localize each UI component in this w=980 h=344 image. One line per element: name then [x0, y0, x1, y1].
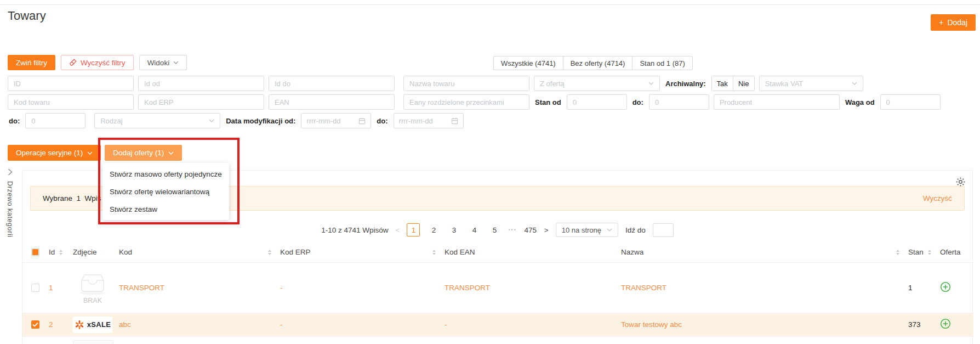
tab-stock-from-1[interactable]: Stan od 1 (87): [632, 56, 692, 70]
add-offers-button[interactable]: Dodaj oferty (1): [105, 145, 182, 161]
row-checkbox[interactable]: [31, 284, 39, 292]
mod-date-from-field[interactable]: rrrr-mm-dd: [301, 113, 371, 128]
archival-yes-button[interactable]: Tak: [711, 76, 733, 91]
weight-from-label: Waga od: [845, 98, 875, 106]
table-row-partial: [22, 336, 973, 344]
date-placeholder: rrrr-mm-dd: [399, 117, 433, 125]
product-name-field[interactable]: [403, 76, 529, 91]
product-image-xsale-logo: xSALE: [73, 317, 112, 333]
column-header-stock[interactable]: Stan: [908, 248, 924, 256]
weight-to-field[interactable]: [25, 113, 86, 128]
chevron-down-icon: [209, 119, 214, 122]
producer-field[interactable]: [714, 94, 840, 110]
tab-all[interactable]: Wszystkie (4741): [493, 56, 563, 70]
clear-filters-button[interactable]: Wyczyść filtry: [61, 55, 134, 70]
views-button[interactable]: Widoki: [139, 55, 187, 70]
column-header-name[interactable]: Nazwa: [621, 248, 643, 256]
product-erp-value: -: [280, 284, 283, 292]
xsale-logo-text: xSALE: [87, 320, 111, 329]
id-from-field[interactable]: [138, 76, 264, 91]
column-header-id[interactable]: Id: [49, 248, 55, 256]
next-page-button[interactable]: >: [544, 226, 549, 234]
filter-row-1: Z ofertą Archiwalny: Tak Nie Stawka VAT: [8, 76, 863, 91]
add-offer-plus-icon[interactable]: [940, 318, 951, 329]
ean-field[interactable]: [269, 94, 395, 110]
add-button[interactable]: + Dodaj: [931, 14, 976, 31]
eans-csv-field[interactable]: [403, 94, 529, 110]
sort-icon[interactable]: [432, 250, 436, 255]
product-id-link[interactable]: 1: [49, 284, 53, 292]
mod-date-to-label: do:: [377, 117, 388, 125]
page-size-value: 10 na stronę: [562, 226, 601, 234]
weight-from-field[interactable]: [880, 94, 941, 110]
gear-icon[interactable]: [956, 177, 965, 187]
page-title: Towary: [8, 9, 46, 23]
product-erp-value: -: [280, 320, 283, 329]
pagination-summary: 1-10 z 4741 Wpisów: [321, 226, 388, 234]
add-offers-dropdown-menu: Stwórz masowo oferty pojedyncze Stwórz o…: [102, 163, 229, 220]
stock-to-field[interactable]: [649, 94, 709, 110]
page-button-1[interactable]: 1: [407, 223, 420, 236]
menu-item-create-multivariant-offer[interactable]: Stwórz ofertę wielowariantową: [102, 183, 229, 200]
archival-toggle: Tak Nie: [711, 76, 755, 91]
product-id-link[interactable]: 2: [49, 320, 53, 329]
page-size-select[interactable]: 10 na stronę: [556, 223, 618, 237]
page-button-3[interactable]: 3: [447, 223, 460, 236]
calendar-icon: [358, 117, 366, 125]
table-row-selected: 2: [22, 313, 973, 336]
menu-item-create-single-offers[interactable]: Stwórz masowo oferty pojedyncze: [102, 165, 229, 183]
page-button-last[interactable]: 475: [524, 223, 537, 236]
category-tree-expand-button[interactable]: [8, 168, 13, 178]
previous-page-button[interactable]: <: [396, 226, 400, 234]
tab-no-offer[interactable]: Bez oferty (4714): [563, 56, 633, 70]
stock-from-label: Stan od: [535, 98, 561, 106]
page-button-5[interactable]: 5: [488, 223, 501, 236]
views-label: Widoki: [147, 59, 170, 67]
collapse-filters-button[interactable]: Zwiń filtry: [8, 55, 55, 70]
page-button-2[interactable]: 2: [427, 223, 440, 236]
stock-to-label: do:: [633, 98, 643, 106]
kind-select[interactable]: Rodzaj: [94, 113, 220, 128]
products-page: Towary + Dodaj Zwiń filtry Wyczyść filtr…: [0, 0, 980, 344]
id-field[interactable]: [8, 76, 134, 91]
product-code-link[interactable]: TRANSPORT: [119, 284, 164, 292]
erp-code-field[interactable]: [138, 94, 264, 110]
product-name-link[interactable]: TRANSPORT: [621, 284, 666, 292]
filter-row-3: do: Rodzaj Data modyfikacji od: rrrr-mm-…: [8, 113, 464, 128]
sort-icon[interactable]: [268, 250, 271, 255]
pagination-ellipsis[interactable]: •••: [508, 227, 516, 233]
chevron-down-icon: [168, 151, 174, 155]
column-header-code[interactable]: Kod: [119, 248, 132, 256]
page-button-4[interactable]: 4: [468, 223, 481, 236]
bulk-operations-button[interactable]: Operacje seryjne (1): [8, 145, 101, 161]
product-code-field[interactable]: [8, 94, 134, 110]
column-header-erp[interactable]: Kod ERP: [280, 248, 311, 256]
vat-select[interactable]: Stawka VAT: [759, 76, 863, 91]
product-image-placeholder: [73, 340, 113, 344]
select-all-checkbox[interactable]: [31, 248, 39, 256]
stock-from-field[interactable]: [567, 94, 627, 110]
menu-item-create-set[interactable]: Stwórz zestaw: [102, 200, 229, 218]
plus-icon: +: [939, 18, 943, 27]
add-offer-plus-icon[interactable]: [940, 281, 951, 292]
empty-box-icon: [77, 271, 108, 295]
sort-icon[interactable]: [59, 250, 62, 255]
weight-to-label: do:: [9, 117, 20, 125]
filters-toolbar: Zwiń filtry Wyczyść filtry Widoki: [8, 55, 187, 70]
product-code-link[interactable]: abc: [119, 320, 131, 329]
product-name-link[interactable]: Towar testowy abc: [621, 320, 682, 329]
table-header-row: Id Zdjęcie Kod Kod ERP Kod EAN Nazwa Sta…: [22, 243, 973, 262]
goto-page-input[interactable]: [653, 223, 674, 237]
with-offer-select[interactable]: Z ofertą: [534, 76, 660, 91]
archival-no-button[interactable]: Nie: [733, 76, 755, 91]
sort-icon[interactable]: [928, 250, 931, 255]
top-divider: [0, 4, 980, 5]
row-checkbox-checked[interactable]: [31, 320, 39, 329]
sort-icon[interactable]: [896, 250, 899, 255]
date-placeholder: rrrr-mm-dd: [306, 117, 340, 125]
id-to-field[interactable]: [269, 76, 395, 91]
goto-page-label: Idź do: [625, 226, 646, 234]
clear-selection-link[interactable]: Wyczyść: [923, 194, 952, 202]
product-ean-value: TRANSPORT: [445, 284, 490, 292]
mod-date-to-field[interactable]: rrrr-mm-dd: [394, 113, 464, 128]
